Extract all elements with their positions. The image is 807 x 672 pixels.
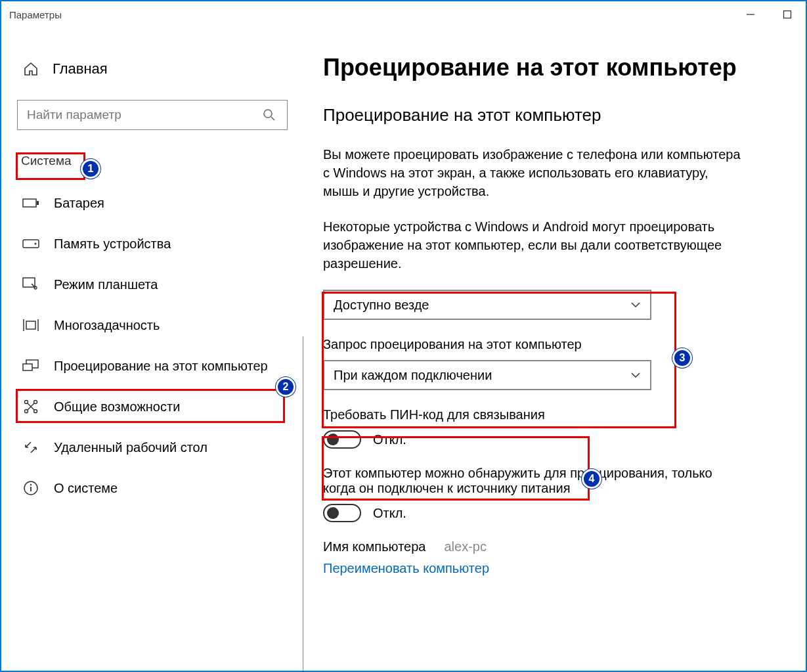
- minimize-button[interactable]: [732, 1, 769, 28]
- home-link[interactable]: Главная: [17, 54, 288, 84]
- projecting-icon: [22, 357, 39, 374]
- home-icon: [22, 60, 39, 78]
- sidebar-item-storage[interactable]: Память устройства: [17, 223, 288, 264]
- sidebar-item-label: Общие возможности: [54, 399, 180, 414]
- pc-name-label: Имя компьютера: [323, 539, 425, 554]
- maximize-button[interactable]: [769, 1, 806, 28]
- svg-rect-12: [26, 321, 35, 329]
- power-toggle-state: Откл.: [373, 506, 406, 521]
- chevron-down-icon: [630, 370, 641, 380]
- tablet-icon: [22, 276, 39, 293]
- storage-icon: [22, 235, 39, 252]
- chevron-down-icon: [630, 300, 641, 310]
- svg-point-17: [25, 410, 28, 413]
- pin-toggle-state: Откл.: [373, 432, 406, 447]
- availability-dropdown[interactable]: Доступно везде: [323, 290, 651, 320]
- svg-point-23: [30, 484, 32, 485]
- sidebar-item-label: О системе: [54, 481, 118, 496]
- section-subtitle: Проецирование на этот компьютер: [323, 105, 779, 125]
- sidebar-item-label: Многозадачность: [54, 318, 160, 333]
- sidebar-item-battery[interactable]: Батарея: [17, 183, 288, 223]
- svg-point-18: [34, 410, 37, 413]
- svg-rect-5: [37, 201, 39, 205]
- sidebar-item-label: Режим планшета: [54, 277, 158, 292]
- battery-icon: [22, 194, 39, 212]
- sidebar-item-shared[interactable]: Общие возможности: [17, 386, 288, 427]
- main-content: Проецирование на этот компьютер Проециро…: [303, 28, 806, 671]
- request-dropdown[interactable]: При каждом подключении: [323, 360, 651, 390]
- search-input[interactable]: Найти параметр: [17, 100, 288, 130]
- power-toggle[interactable]: [323, 504, 361, 522]
- sidebar: Главная Найти параметр Система Батарея П…: [1, 28, 303, 671]
- search-placeholder: Найти параметр: [27, 108, 121, 122]
- svg-rect-14: [23, 364, 32, 370]
- divider: [303, 336, 303, 672]
- dropdown-value: Доступно везде: [334, 298, 429, 313]
- shared-icon: [22, 398, 39, 415]
- search-icon: [261, 106, 278, 123]
- sidebar-item-projecting[interactable]: Проецирование на этот компьютер: [17, 346, 288, 386]
- remote-desktop-icon: [22, 439, 39, 456]
- page-title: Проецирование на этот компьютер: [323, 54, 779, 81]
- home-label: Главная: [53, 60, 108, 78]
- sidebar-item-remote-desktop[interactable]: Удаленный рабочий стол: [17, 427, 288, 468]
- svg-point-7: [35, 243, 37, 245]
- sidebar-item-multitasking[interactable]: Многозадачность: [17, 305, 288, 346]
- svg-line-3: [271, 117, 274, 120]
- description-2: Некоторые устройства с Windows и Android…: [323, 217, 743, 273]
- titlebar: Параметры: [1, 1, 806, 28]
- info-icon: [22, 480, 39, 497]
- dropdown-value: При каждом подключении: [334, 368, 492, 383]
- request-label: Запрос проецирования на этот компьютер: [323, 337, 779, 352]
- maximize-icon: [783, 10, 792, 19]
- sidebar-item-label: Батарея: [54, 196, 104, 211]
- pin-toggle[interactable]: [323, 430, 361, 449]
- svg-point-2: [264, 110, 272, 118]
- svg-point-15: [25, 401, 28, 404]
- minimize-icon: [746, 10, 755, 19]
- sidebar-item-tablet-mode[interactable]: Режим планшета: [17, 264, 288, 305]
- power-label: Этот компьютер можно обнаружить для прое…: [323, 466, 730, 496]
- section-system[interactable]: Система: [17, 148, 76, 173]
- description-1: Вы можете проецировать изображение с тел…: [323, 145, 743, 200]
- rename-pc-link[interactable]: Переименовать компьютер: [323, 561, 779, 576]
- sidebar-item-label: Память устройства: [54, 236, 171, 252]
- svg-rect-4: [23, 199, 36, 207]
- window-title: Параметры: [9, 9, 62, 20]
- sidebar-item-label: Удаленный рабочий стол: [54, 440, 207, 455]
- multitasking-icon: [22, 317, 39, 334]
- svg-rect-1: [784, 11, 791, 18]
- pin-label: Требовать ПИН-код для связывания: [323, 407, 779, 422]
- sidebar-item-about[interactable]: О системе: [17, 468, 288, 508]
- sidebar-item-label: Проецирование на этот компьютер: [54, 359, 268, 374]
- pc-name-value: alex-pc: [444, 539, 486, 554]
- svg-point-16: [34, 401, 37, 404]
